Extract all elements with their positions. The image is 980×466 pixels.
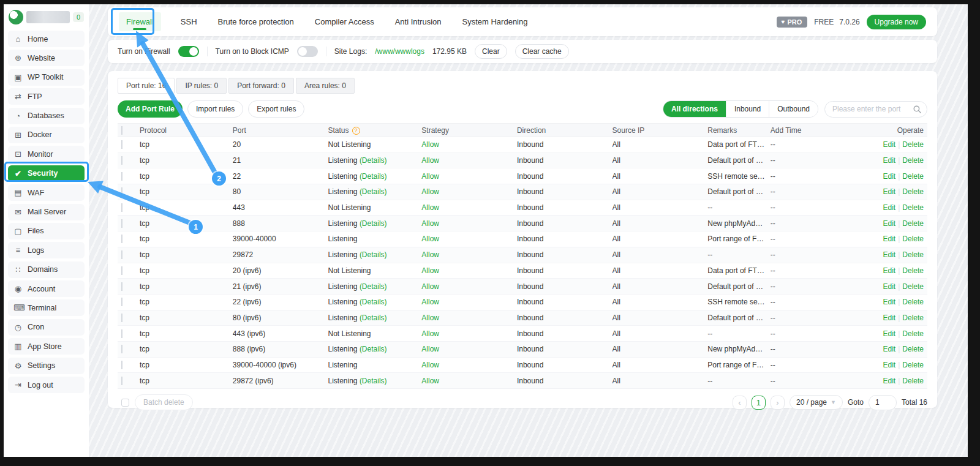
filter-outbound[interactable]: Outbound [769, 101, 818, 117]
current-page-button[interactable]: 1 [752, 396, 766, 410]
filter-all-directions[interactable]: All directions [663, 101, 726, 117]
sidebar-item-log-out[interactable]: ⇥Log out [8, 377, 85, 393]
filter-inbound[interactable]: Inbound [726, 101, 769, 117]
details-link[interactable]: (Details) [360, 250, 387, 259]
port-search-input[interactable] [824, 101, 927, 118]
edit-link[interactable]: Edit [883, 266, 896, 275]
tab-brute-force-protection[interactable]: Brute force protection [217, 12, 295, 31]
delete-link[interactable]: Delete [902, 329, 924, 338]
sidebar-item-mail-server[interactable]: ✉Mail Server [8, 204, 85, 220]
row-checkbox[interactable] [121, 314, 123, 322]
delete-link[interactable]: Delete [902, 140, 924, 149]
sidebar-item-account[interactable]: ◉Account [8, 280, 85, 297]
row-checkbox[interactable] [121, 250, 123, 259]
delete-link[interactable]: Delete [902, 314, 924, 322]
details-link[interactable]: (Details) [360, 345, 387, 353]
delete-link[interactable]: Delete [902, 298, 924, 306]
icmp-toggle[interactable] [297, 46, 318, 57]
details-link[interactable]: (Details) [360, 298, 387, 306]
row-checkbox[interactable] [121, 345, 123, 353]
site-logs-path-link[interactable]: /www/wwwlogs [375, 47, 424, 56]
edit-link[interactable]: Edit [883, 187, 896, 196]
row-checkbox[interactable] [121, 266, 123, 275]
row-checkbox[interactable] [121, 298, 123, 306]
delete-link[interactable]: Delete [902, 172, 924, 181]
sidebar-item-security[interactable]: ✔Security [8, 165, 85, 182]
row-checkbox[interactable] [121, 187, 123, 196]
rule-tab-port-rule-16[interactable]: Port rule: 16 [118, 78, 175, 94]
batch-delete-button[interactable]: Batch delete [135, 394, 193, 410]
delete-link[interactable]: Delete [902, 345, 924, 353]
rule-tab-ip-rules-0[interactable]: IP rules: 0 [176, 78, 227, 94]
edit-link[interactable]: Edit [883, 361, 896, 369]
delete-link[interactable]: Delete [902, 187, 924, 196]
delete-link[interactable]: Delete [902, 219, 924, 228]
sidebar-item-logs[interactable]: ≡Logs [8, 242, 85, 258]
row-checkbox[interactable] [121, 282, 123, 291]
details-link[interactable]: (Details) [360, 172, 387, 181]
status-help-icon[interactable]: ? [352, 127, 360, 135]
edit-link[interactable]: Edit [883, 235, 896, 243]
prev-page-button[interactable]: ‹ [733, 396, 747, 410]
row-checkbox[interactable] [121, 219, 123, 228]
edit-link[interactable]: Edit [883, 203, 896, 212]
details-link[interactable]: (Details) [360, 377, 387, 385]
row-checkbox[interactable] [121, 329, 123, 338]
tab-ssh[interactable]: SSH [179, 12, 198, 31]
delete-link[interactable]: Delete [902, 266, 924, 275]
rule-tab-area-rules-0[interactable]: Area rules: 0 [296, 78, 355, 94]
goto-page-input[interactable] [869, 395, 897, 410]
select-all-checkbox[interactable] [121, 126, 123, 135]
delete-link[interactable]: Delete [902, 156, 924, 165]
sidebar-item-waf[interactable]: ▤WAF [8, 184, 85, 201]
delete-link[interactable]: Delete [902, 250, 924, 259]
clear-cache-button[interactable]: Clear cache [515, 44, 569, 59]
row-checkbox[interactable] [121, 140, 123, 149]
page-size-select[interactable]: 20 / page ▼ [790, 395, 843, 410]
import-rules-button[interactable]: Import rules [187, 100, 243, 118]
row-checkbox[interactable] [121, 377, 123, 385]
sidebar-item-cron[interactable]: ◷Cron [8, 319, 85, 336]
edit-link[interactable]: Edit [883, 282, 896, 291]
sidebar-item-terminal[interactable]: ⌨Terminal [8, 299, 85, 316]
batch-select-checkbox[interactable] [121, 399, 129, 407]
edit-link[interactable]: Edit [883, 140, 896, 149]
sidebar-item-files[interactable]: ▢Files [8, 223, 85, 239]
sidebar-item-app-store[interactable]: ▥App Store [8, 338, 85, 355]
sidebar-item-docker[interactable]: ⊞Docker [8, 127, 85, 143]
row-checkbox[interactable] [121, 361, 123, 369]
edit-link[interactable]: Edit [883, 314, 896, 322]
delete-link[interactable]: Delete [902, 361, 924, 369]
details-link[interactable]: (Details) [360, 219, 387, 228]
details-link[interactable]: (Details) [360, 314, 387, 322]
edit-link[interactable]: Edit [883, 377, 896, 385]
tab-system-hardening[interactable]: System Hardening [461, 12, 529, 31]
upgrade-now-button[interactable]: Upgrade now [867, 15, 926, 29]
export-rules-button[interactable]: Export rules [248, 100, 304, 118]
sidebar-item-domains[interactable]: ∷Domains [8, 261, 85, 278]
delete-link[interactable]: Delete [902, 377, 924, 385]
next-page-button[interactable]: › [771, 396, 785, 410]
row-checkbox[interactable] [121, 156, 123, 165]
sidebar-item-website[interactable]: ⊕Website [8, 50, 85, 66]
tab-compiler-access[interactable]: Compiler Access [314, 12, 375, 31]
firewall-toggle[interactable] [178, 46, 199, 57]
tab-firewall[interactable]: Firewall [119, 12, 161, 31]
edit-link[interactable]: Edit [883, 219, 896, 228]
details-link[interactable]: (Details) [360, 156, 387, 165]
row-checkbox[interactable] [121, 235, 123, 243]
details-link[interactable]: (Details) [360, 187, 387, 196]
sidebar-item-databases[interactable]: ◔Databases [8, 108, 85, 124]
edit-link[interactable]: Edit [883, 345, 896, 353]
edit-link[interactable]: Edit [883, 298, 896, 306]
details-link[interactable]: (Details) [360, 282, 387, 291]
delete-link[interactable]: Delete [902, 203, 924, 212]
sidebar-item-home[interactable]: ⌂Home [8, 31, 85, 47]
clear-logs-button[interactable]: Clear [475, 44, 507, 59]
sidebar-item-monitor[interactable]: ⊡Monitor [8, 146, 85, 162]
sidebar-item-ftp[interactable]: ⇄FTP [8, 88, 85, 105]
add-port-rule-button[interactable]: Add Port Rule [118, 100, 183, 118]
rule-tab-port-forward-0[interactable]: Port forward: 0 [228, 78, 294, 94]
notification-badge[interactable]: 0 [73, 12, 84, 22]
row-checkbox[interactable] [121, 172, 123, 181]
